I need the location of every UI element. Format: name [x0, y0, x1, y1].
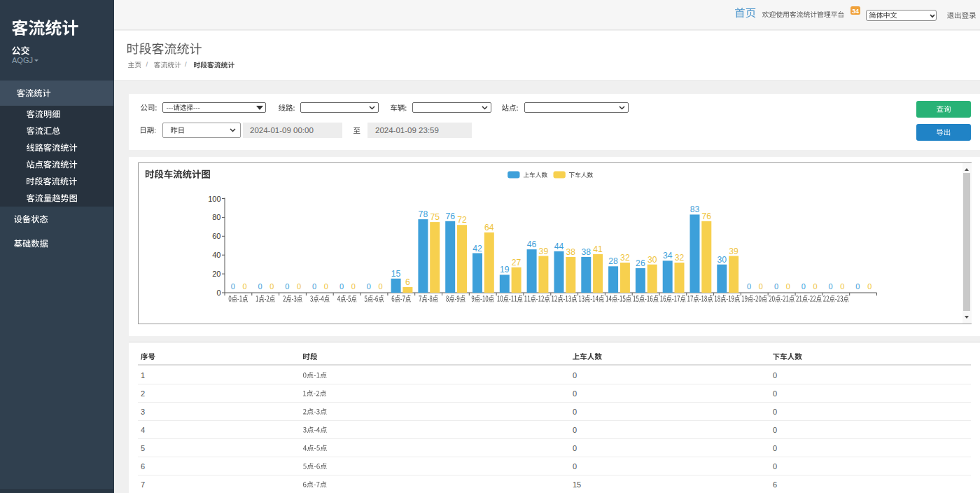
svg-text:0: 0 — [297, 282, 301, 291]
svg-text:30: 30 — [647, 254, 657, 264]
svg-text:32: 32 — [620, 253, 630, 263]
svg-text:0: 0 — [801, 282, 805, 291]
svg-text:0: 0 — [840, 282, 844, 291]
svg-text:0: 0 — [813, 282, 817, 291]
svg-text:80: 80 — [212, 213, 220, 221]
svg-text:0: 0 — [828, 282, 832, 291]
svg-text:44: 44 — [554, 241, 564, 251]
svg-text:30: 30 — [717, 254, 727, 264]
svg-text:20: 20 — [212, 270, 220, 278]
svg-text:0: 0 — [867, 282, 872, 291]
svg-text:19: 19 — [500, 265, 510, 275]
svg-text:83: 83 — [690, 204, 699, 214]
svg-text:75: 75 — [430, 212, 440, 222]
svg-text:0: 0 — [774, 282, 778, 291]
svg-text:0: 0 — [285, 282, 289, 291]
svg-text:6: 6 — [405, 277, 410, 286]
svg-text:40: 40 — [212, 251, 220, 259]
svg-text:26: 26 — [636, 258, 645, 268]
svg-text:27: 27 — [511, 257, 521, 267]
svg-text:15: 15 — [391, 268, 400, 278]
svg-text:0: 0 — [366, 282, 370, 291]
svg-text:39: 39 — [729, 246, 738, 256]
svg-text:39: 39 — [538, 246, 548, 256]
svg-text:0: 0 — [270, 282, 274, 291]
svg-text:38: 38 — [581, 246, 591, 256]
svg-text:0: 0 — [258, 282, 262, 291]
svg-text:0: 0 — [339, 282, 343, 291]
svg-text:76: 76 — [701, 211, 711, 221]
svg-text:28: 28 — [608, 256, 618, 266]
svg-text:0: 0 — [758, 282, 762, 291]
svg-text:76: 76 — [445, 211, 455, 221]
svg-text:0: 0 — [351, 282, 355, 291]
svg-text:72: 72 — [457, 215, 467, 225]
svg-text:42: 42 — [472, 243, 482, 253]
svg-text:0: 0 — [785, 282, 790, 291]
svg-text:34: 34 — [662, 251, 672, 261]
svg-text:0: 0 — [855, 282, 860, 291]
svg-text:60: 60 — [212, 232, 220, 240]
svg-text:100: 100 — [208, 194, 220, 202]
svg-text:41: 41 — [593, 244, 603, 254]
svg-text:0: 0 — [312, 282, 316, 291]
svg-text:78: 78 — [418, 209, 428, 219]
svg-text:38: 38 — [566, 246, 575, 256]
svg-text:0: 0 — [323, 282, 328, 291]
svg-text:0: 0 — [216, 289, 220, 297]
svg-text:32: 32 — [674, 253, 684, 263]
svg-text:0: 0 — [242, 282, 246, 291]
svg-text:64: 64 — [484, 222, 494, 232]
svg-text:0: 0 — [378, 282, 382, 291]
svg-text:46: 46 — [526, 239, 536, 249]
svg-text:0: 0 — [230, 282, 234, 291]
svg-text:0: 0 — [747, 282, 751, 291]
